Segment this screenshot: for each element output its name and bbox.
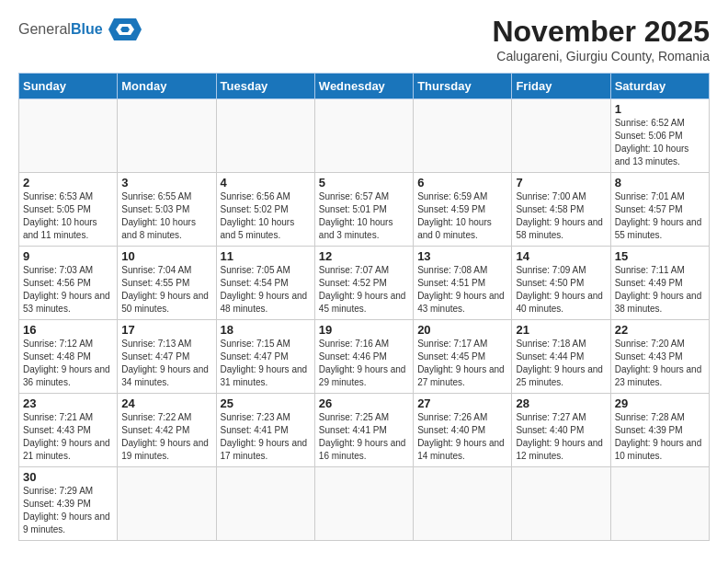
weekday-header-monday: Monday	[118, 74, 216, 99]
day-number: 29	[615, 396, 705, 410]
calendar-cell	[414, 467, 512, 541]
calendar-cell: 7Sunrise: 7:00 AM Sunset: 4:58 PM Daylig…	[512, 173, 610, 247]
day-info: Sunrise: 7:11 AM Sunset: 4:49 PM Dayligh…	[615, 264, 705, 316]
day-number: 12	[319, 249, 409, 263]
day-info: Sunrise: 7:09 AM Sunset: 4:50 PM Dayligh…	[516, 264, 606, 316]
day-number: 8	[615, 176, 705, 190]
day-number: 17	[121, 323, 211, 337]
day-info: Sunrise: 7:16 AM Sunset: 4:46 PM Dayligh…	[319, 338, 409, 389]
day-number: 23	[23, 396, 113, 410]
day-info: Sunrise: 7:13 AM Sunset: 4:47 PM Dayligh…	[121, 338, 211, 389]
day-number: 16	[23, 323, 113, 337]
day-number: 20	[417, 323, 507, 337]
day-info: Sunrise: 7:27 AM Sunset: 4:40 PM Dayligh…	[516, 411, 606, 463]
day-info: Sunrise: 7:07 AM Sunset: 4:52 PM Dayligh…	[319, 264, 409, 316]
calendar-cell: 18Sunrise: 7:15 AM Sunset: 4:47 PM Dayli…	[216, 320, 314, 394]
month-title: November 2025	[492, 15, 710, 49]
calendar-cell	[118, 99, 216, 173]
day-number: 18	[221, 323, 311, 337]
day-info: Sunrise: 6:55 AM Sunset: 5:03 PM Dayligh…	[121, 190, 211, 242]
weekday-header-saturday: Saturday	[610, 74, 709, 99]
day-info: Sunrise: 7:20 AM Sunset: 4:43 PM Dayligh…	[615, 338, 705, 389]
calendar-week-6: 30Sunrise: 7:29 AM Sunset: 4:39 PM Dayli…	[19, 467, 710, 541]
day-info: Sunrise: 7:25 AM Sunset: 4:41 PM Dayligh…	[319, 411, 409, 463]
calendar-cell	[512, 99, 610, 173]
day-info: Sunrise: 7:21 AM Sunset: 4:43 PM Dayligh…	[23, 411, 113, 463]
calendar-cell	[216, 99, 314, 173]
day-number: 24	[121, 396, 211, 410]
day-number: 14	[516, 249, 606, 263]
calendar-cell	[314, 99, 413, 173]
calendar-week-4: 16Sunrise: 7:12 AM Sunset: 4:48 PM Dayli…	[19, 320, 710, 394]
logo-icon	[107, 15, 143, 44]
day-number: 28	[516, 396, 606, 410]
day-number: 13	[417, 249, 507, 263]
calendar-cell: 21Sunrise: 7:18 AM Sunset: 4:44 PM Dayli…	[512, 320, 610, 394]
header: GeneralBlue November 2025 Calugareni, Gi…	[18, 15, 710, 63]
calendar-cell: 19Sunrise: 7:16 AM Sunset: 4:46 PM Dayli…	[314, 320, 413, 394]
day-info: Sunrise: 7:15 AM Sunset: 4:47 PM Dayligh…	[221, 338, 311, 389]
day-number: 6	[417, 176, 507, 190]
day-info: Sunrise: 7:01 AM Sunset: 4:57 PM Dayligh…	[615, 190, 705, 242]
day-number: 3	[121, 176, 211, 190]
day-info: Sunrise: 7:26 AM Sunset: 4:40 PM Dayligh…	[417, 411, 507, 463]
day-info: Sunrise: 7:28 AM Sunset: 4:39 PM Dayligh…	[615, 411, 705, 463]
calendar-cell: 6Sunrise: 6:59 AM Sunset: 4:59 PM Daylig…	[414, 173, 512, 247]
day-number: 27	[417, 396, 507, 410]
calendar-cell	[216, 467, 314, 541]
day-number: 19	[319, 323, 409, 337]
day-info: Sunrise: 7:04 AM Sunset: 4:55 PM Dayligh…	[121, 264, 211, 316]
day-info: Sunrise: 6:57 AM Sunset: 5:01 PM Dayligh…	[319, 190, 409, 242]
calendar-cell	[314, 467, 413, 541]
calendar-table: SundayMondayTuesdayWednesdayThursdayFrid…	[18, 73, 710, 541]
day-info: Sunrise: 7:00 AM Sunset: 4:58 PM Dayligh…	[516, 190, 606, 242]
calendar-cell: 9Sunrise: 7:03 AM Sunset: 4:56 PM Daylig…	[19, 247, 118, 320]
day-info: Sunrise: 7:18 AM Sunset: 4:44 PM Dayligh…	[516, 338, 606, 389]
calendar-cell: 16Sunrise: 7:12 AM Sunset: 4:48 PM Dayli…	[19, 320, 118, 394]
day-number: 21	[516, 323, 606, 337]
calendar-cell: 2Sunrise: 6:53 AM Sunset: 5:05 PM Daylig…	[19, 173, 118, 247]
day-info: Sunrise: 6:52 AM Sunset: 5:06 PM Dayligh…	[615, 117, 705, 168]
calendar-cell: 25Sunrise: 7:23 AM Sunset: 4:41 PM Dayli…	[216, 394, 314, 467]
calendar-cell: 22Sunrise: 7:20 AM Sunset: 4:43 PM Dayli…	[610, 320, 709, 394]
calendar-cell: 8Sunrise: 7:01 AM Sunset: 4:57 PM Daylig…	[610, 173, 709, 247]
day-info: Sunrise: 6:53 AM Sunset: 5:05 PM Dayligh…	[23, 190, 113, 242]
day-number: 26	[319, 396, 409, 410]
calendar-cell: 15Sunrise: 7:11 AM Sunset: 4:49 PM Dayli…	[610, 247, 709, 320]
calendar-cell: 28Sunrise: 7:27 AM Sunset: 4:40 PM Dayli…	[512, 394, 610, 467]
calendar-cell: 1Sunrise: 6:52 AM Sunset: 5:06 PM Daylig…	[610, 99, 709, 173]
calendar-cell: 20Sunrise: 7:17 AM Sunset: 4:45 PM Dayli…	[414, 320, 512, 394]
calendar-week-3: 9Sunrise: 7:03 AM Sunset: 4:56 PM Daylig…	[19, 247, 710, 320]
calendar-cell: 14Sunrise: 7:09 AM Sunset: 4:50 PM Dayli…	[512, 247, 610, 320]
weekday-header-thursday: Thursday	[414, 74, 512, 99]
calendar-cell	[610, 467, 709, 541]
logo-text: GeneralBlue	[18, 21, 103, 38]
day-info: Sunrise: 7:05 AM Sunset: 4:54 PM Dayligh…	[221, 264, 311, 316]
calendar-cell: 12Sunrise: 7:07 AM Sunset: 4:52 PM Dayli…	[314, 247, 413, 320]
day-number: 25	[221, 396, 311, 410]
title-block: November 2025 Calugareni, Giurgiu County…	[492, 15, 710, 63]
calendar-week-2: 2Sunrise: 6:53 AM Sunset: 5:05 PM Daylig…	[19, 173, 710, 247]
calendar-cell: 13Sunrise: 7:08 AM Sunset: 4:51 PM Dayli…	[414, 247, 512, 320]
weekday-header-wednesday: Wednesday	[314, 74, 413, 99]
calendar-cell	[118, 467, 216, 541]
calendar-cell: 24Sunrise: 7:22 AM Sunset: 4:42 PM Dayli…	[118, 394, 216, 467]
day-number: 7	[516, 176, 606, 190]
day-number: 22	[615, 323, 705, 337]
calendar-cell: 29Sunrise: 7:28 AM Sunset: 4:39 PM Dayli…	[610, 394, 709, 467]
weekday-header-sunday: Sunday	[19, 74, 118, 99]
calendar-cell: 11Sunrise: 7:05 AM Sunset: 4:54 PM Dayli…	[216, 247, 314, 320]
day-number: 15	[615, 249, 705, 263]
day-info: Sunrise: 7:29 AM Sunset: 4:39 PM Dayligh…	[23, 485, 113, 536]
day-info: Sunrise: 7:22 AM Sunset: 4:42 PM Dayligh…	[121, 411, 211, 463]
day-info: Sunrise: 7:08 AM Sunset: 4:51 PM Dayligh…	[417, 264, 507, 316]
day-number: 9	[23, 249, 113, 263]
calendar-cell	[414, 99, 512, 173]
calendar-cell: 30Sunrise: 7:29 AM Sunset: 4:39 PM Dayli…	[19, 467, 118, 541]
calendar-cell	[512, 467, 610, 541]
svg-marker-2	[120, 27, 130, 32]
calendar-cell: 4Sunrise: 6:56 AM Sunset: 5:02 PM Daylig…	[216, 173, 314, 247]
day-info: Sunrise: 7:23 AM Sunset: 4:41 PM Dayligh…	[221, 411, 311, 463]
calendar-cell: 23Sunrise: 7:21 AM Sunset: 4:43 PM Dayli…	[19, 394, 118, 467]
day-info: Sunrise: 7:03 AM Sunset: 4:56 PM Dayligh…	[23, 264, 113, 316]
